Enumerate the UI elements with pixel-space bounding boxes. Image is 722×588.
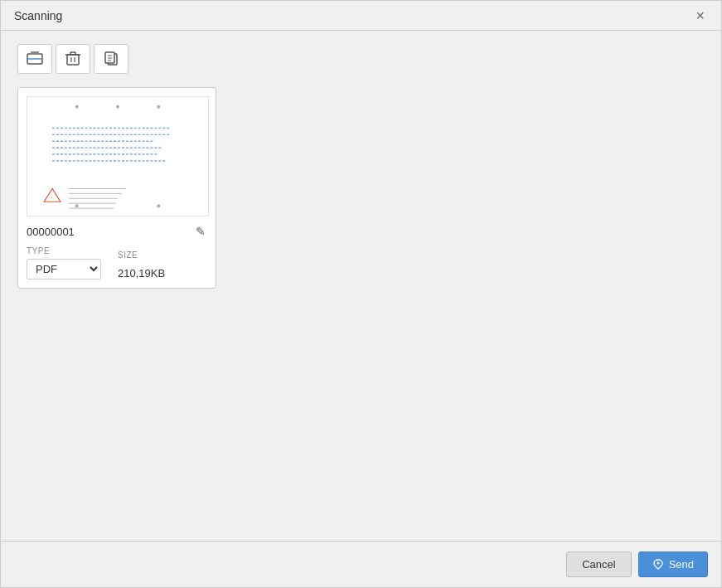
svg-rect-2 [31,51,39,55]
filename-label: 00000001 [27,226,75,238]
svg-point-16 [116,105,119,109]
content-area: ! 00000001 ✎ [1,84,721,541]
filename-row: 00000001 ✎ [27,223,207,240]
footer: Cancel Send [1,541,721,587]
svg-point-31 [75,204,79,207]
scanning-dialog: Scanning × [0,0,722,588]
send-label: Send [669,558,694,571]
size-label: SIZE [118,250,165,260]
dialog-title: Scanning [14,9,62,22]
delete-button[interactable] [56,44,90,74]
toolbar [1,31,721,84]
svg-point-32 [157,204,160,207]
svg-point-17 [157,105,160,109]
scan-icon [26,50,44,68]
type-select[interactable]: PDF JPEG TIFF [27,259,101,279]
cancel-button[interactable]: Cancel [566,552,631,577]
scan-button[interactable] [17,44,52,74]
scan-preview: ! [27,96,209,216]
edit-icon: ✎ [196,225,206,238]
svg-rect-3 [67,55,79,65]
copy-icon [103,51,119,67]
svg-text:!: ! [51,196,52,201]
size-group: SIZE 210,19KB [118,250,165,279]
type-group: TYPE PDF JPEG TIFF [27,246,101,279]
edit-filename-button[interactable]: ✎ [194,223,207,240]
document-preview: ! [27,97,208,216]
meta-row: TYPE PDF JPEG TIFF SIZE 210,19KB [27,246,207,279]
title-bar: Scanning × [1,1,721,31]
scan-card: ! 00000001 ✎ [17,87,216,289]
type-label: TYPE [27,246,101,255]
close-button[interactable]: × [692,7,708,25]
size-value: 210,19KB [118,263,165,279]
copy-button[interactable] [94,44,128,74]
delete-icon [65,51,81,67]
svg-point-33 [657,561,659,564]
send-icon [652,559,664,571]
send-button[interactable]: Send [638,552,708,577]
svg-point-15 [75,105,79,109]
svg-marker-24 [44,188,61,202]
